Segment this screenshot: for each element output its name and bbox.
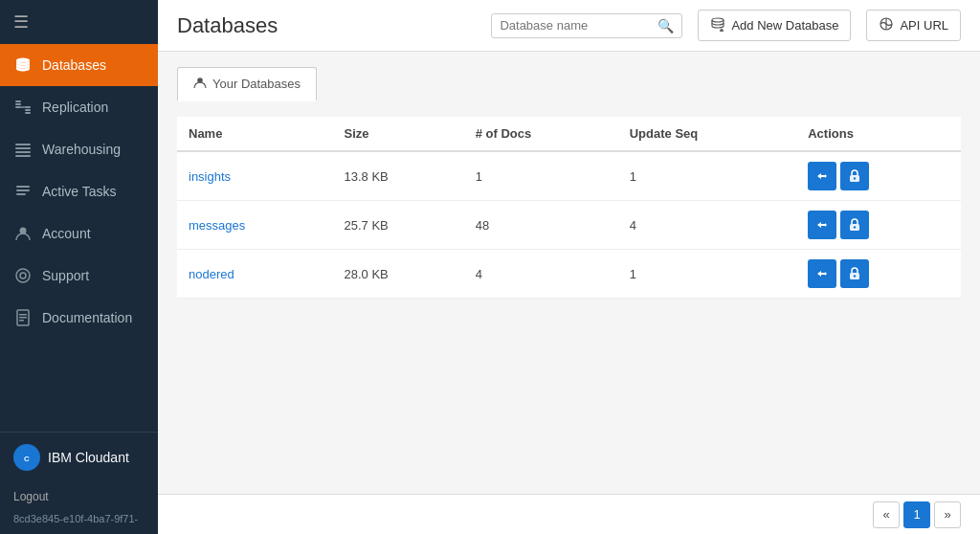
- svg-rect-1: [15, 100, 21, 102]
- svg-rect-7: [15, 144, 31, 145]
- cell-size: 13.8 KB: [333, 151, 464, 201]
- replicate-button[interactable]: [808, 162, 836, 190]
- hamburger-menu[interactable]: ☰: [0, 0, 158, 44]
- svg-rect-9: [15, 151, 31, 153]
- sidebar-item-databases[interactable]: Databases: [0, 44, 158, 86]
- db-name-link[interactable]: insights: [189, 169, 231, 184]
- sidebar-databases-label: Databases: [42, 57, 106, 73]
- svg-rect-13: [16, 193, 26, 195]
- permissions-button[interactable]: [840, 162, 869, 190]
- sidebar-documentation-label: Documentation: [42, 310, 132, 325]
- content-area: Your Databases Name Size # of Docs Updat…: [158, 52, 980, 494]
- table-row: insights13.8 KB11: [177, 151, 961, 201]
- svg-point-15: [16, 269, 30, 282]
- db-name-link[interactable]: messages: [189, 218, 245, 233]
- search-icon: 🔍: [657, 18, 674, 33]
- col-update-seq: Update Seq: [618, 117, 796, 151]
- db-name-link[interactable]: nodered: [189, 267, 234, 281]
- svg-rect-18: [19, 314, 27, 316]
- sidebar-support-label: Support: [42, 268, 89, 283]
- cell-db-name: messages: [177, 201, 333, 250]
- svg-point-30: [854, 177, 856, 179]
- table-row: messages25.7 KB484: [177, 201, 961, 250]
- account-id: 8cd3e845-e10f-4ba7-9f71-: [0, 511, 158, 534]
- replication-icon: [13, 98, 33, 117]
- svg-rect-5: [25, 109, 31, 111]
- add-database-button[interactable]: Add New Database: [698, 10, 851, 41]
- svg-point-32: [854, 226, 856, 228]
- svg-point-34: [854, 275, 856, 277]
- svg-point-0: [16, 58, 30, 63]
- sidebar-replication-label: Replication: [42, 100, 108, 115]
- cell-update-seq: 1: [618, 250, 796, 299]
- svg-rect-12: [16, 189, 30, 191]
- api-url-label: API URL: [900, 18, 948, 33]
- svg-rect-3: [15, 106, 21, 108]
- cell-db-name: insights: [177, 151, 333, 201]
- next-page-button[interactable]: »: [934, 501, 961, 528]
- table-row: nodered28.0 KB41: [177, 250, 961, 299]
- tab-your-databases[interactable]: Your Databases: [177, 67, 317, 101]
- sidebar-item-account[interactable]: Account: [0, 212, 158, 255]
- col-docs: # of Docs: [464, 117, 618, 151]
- cell-update-seq: 4: [618, 201, 796, 250]
- tab-bar: Your Databases: [177, 67, 961, 101]
- svg-rect-6: [25, 112, 31, 114]
- api-url-button[interactable]: API URL: [866, 10, 961, 41]
- add-database-label: Add New Database: [731, 18, 838, 33]
- tab-your-databases-label: Your Databases: [212, 77, 301, 91]
- cell-actions: [796, 250, 961, 299]
- header: Databases 🔍 Add New Database: [158, 0, 980, 52]
- brand-logo: C: [13, 444, 40, 471]
- sidebar-item-active-tasks[interactable]: Active Tasks: [0, 170, 158, 212]
- cell-docs: 48: [464, 201, 618, 250]
- sidebar-bottom: C IBM Cloudant Logout 8cd3e845-e10f-4ba7…: [0, 432, 158, 534]
- sidebar-item-warehousing[interactable]: Warehousing: [0, 128, 158, 170]
- cell-docs: 1: [464, 151, 618, 201]
- search-input[interactable]: [500, 18, 652, 33]
- svg-rect-19: [19, 317, 27, 319]
- current-page-button[interactable]: 1: [903, 501, 930, 528]
- sidebar-active-tasks-label: Active Tasks: [42, 184, 117, 199]
- col-size: Size: [333, 117, 464, 151]
- cell-size: 25.7 KB: [333, 201, 464, 250]
- logout-button[interactable]: Logout: [0, 482, 158, 511]
- replicate-button[interactable]: [808, 211, 836, 239]
- svg-point-23: [712, 18, 724, 22]
- sidebar-item-replication[interactable]: Replication: [0, 86, 158, 128]
- pagination-footer: « 1 »: [158, 494, 980, 534]
- svg-rect-2: [15, 103, 21, 105]
- svg-rect-4: [25, 106, 31, 108]
- svg-rect-11: [16, 186, 30, 188]
- databases-table: Name Size # of Docs Update Seq Actions i…: [177, 117, 961, 299]
- col-name: Name: [177, 117, 333, 151]
- cell-actions: [796, 201, 961, 250]
- support-icon: [13, 266, 33, 285]
- replicate-button[interactable]: [808, 259, 836, 288]
- add-db-icon: [710, 16, 725, 34]
- user-icon: [193, 76, 207, 92]
- permissions-button[interactable]: [840, 259, 869, 288]
- sidebar-item-support[interactable]: Support: [0, 255, 158, 297]
- cell-actions: [796, 151, 961, 201]
- search-box[interactable]: 🔍: [491, 13, 682, 38]
- svg-text:C: C: [24, 455, 30, 463]
- cell-size: 28.0 KB: [333, 250, 464, 299]
- active-tasks-icon: [13, 182, 33, 201]
- databases-icon: [13, 56, 33, 75]
- warehousing-icon: [13, 140, 33, 159]
- svg-point-16: [20, 273, 26, 278]
- account-icon: [13, 224, 33, 243]
- main-content: Databases 🔍 Add New Database: [158, 0, 980, 534]
- sidebar-account-label: Account: [42, 226, 91, 241]
- svg-rect-20: [19, 320, 24, 322]
- permissions-button[interactable]: [840, 211, 869, 239]
- sidebar-item-documentation[interactable]: Documentation: [0, 297, 158, 339]
- cell-update-seq: 1: [618, 151, 796, 201]
- sidebar-warehousing-label: Warehousing: [42, 142, 121, 157]
- svg-rect-10: [15, 155, 31, 157]
- documentation-icon: [13, 308, 33, 327]
- api-url-icon: [879, 16, 894, 34]
- prev-page-button[interactable]: «: [873, 501, 900, 528]
- brand-section: C IBM Cloudant: [0, 433, 158, 482]
